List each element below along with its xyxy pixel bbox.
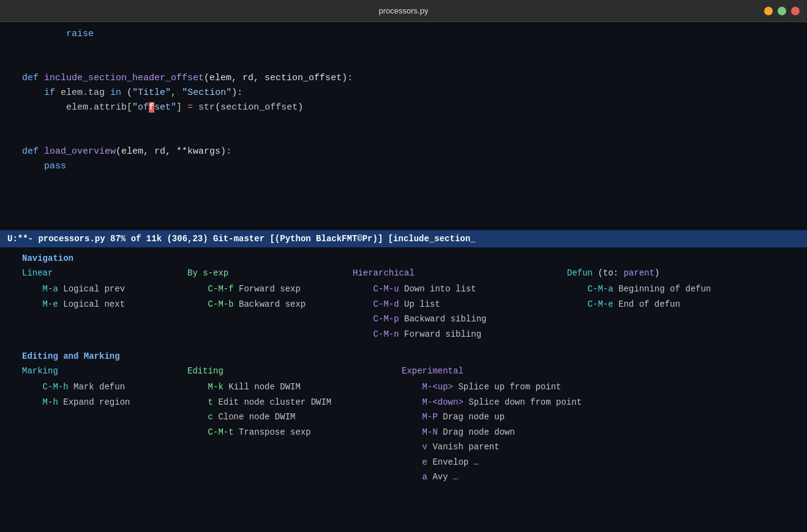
- editing-column: Editing M-k Kill node DWIM t Edit node c…: [187, 366, 402, 485]
- marking-column: Marking C-M-h Mark defun M-h Expand regi…: [22, 366, 187, 485]
- hier-row-3: C-M-p Backward sibling: [353, 312, 567, 327]
- exp-row-4: M-N Drag node down: [402, 425, 616, 440]
- editing-row-1: M-k Kill node DWIM: [187, 380, 402, 395]
- sexp-row-2: C-M-b Backward sexp: [187, 297, 353, 312]
- exp-row-6: e Envelop …: [402, 455, 616, 470]
- status-bar: U:**- processors.py 87% of 11k (306,23) …: [0, 230, 807, 247]
- defun-column: Defun (to: parent) C-M-a Beginning of de…: [567, 268, 781, 342]
- exp-row-1: M-<up> Splice up from point: [402, 380, 616, 395]
- editing-marking-title: Editing and Marking: [22, 351, 785, 361]
- sexp-column: By s-exp C-M-f Forward sexp C-M-b Backwa…: [187, 268, 353, 342]
- linear-title: Linear: [22, 268, 187, 278]
- exp-row-5: v Vanish parent: [402, 440, 616, 455]
- close-button[interactable]: ×: [791, 7, 800, 15]
- hier-row-1: C-M-u Down into list: [353, 282, 567, 297]
- exp-row-7: a Avy …: [402, 470, 616, 485]
- window-title: processors.py: [379, 6, 429, 15]
- hierarchical-title: Hierarchical: [353, 268, 567, 278]
- editing-row-4: C-M-t Transpose sexp: [187, 425, 402, 440]
- sexp-row-1: C-M-f Forward sexp: [187, 282, 353, 297]
- code-line-1: raise: [22, 27, 807, 42]
- hier-row-2: C-M-d Up list: [353, 297, 567, 312]
- linear-column: Linear M-a Logical prev M-e Logical next: [22, 268, 187, 342]
- exp-row-3: M-P Drag node up: [402, 410, 616, 425]
- minimize-button[interactable]: –: [764, 7, 773, 15]
- experimental-title: Experimental: [402, 366, 616, 376]
- defun-row-2: C-M-e End of defun: [567, 297, 781, 312]
- defun-row-1: C-M-a Beginning of defun: [567, 282, 781, 297]
- code-line-blank4: [22, 130, 807, 144]
- linear-row-2: M-e Logical next: [22, 297, 187, 312]
- hierarchical-column: Hierarchical C-M-u Down into list C-M-d …: [353, 268, 567, 342]
- code-line-blank2: [22, 56, 807, 71]
- maximize-button[interactable]: □: [778, 7, 786, 15]
- sexp-title: By s-exp: [187, 268, 353, 278]
- navigation-section-title: Navigation: [22, 253, 785, 263]
- marking-row-1: C-M-h Mark defun: [22, 380, 187, 395]
- help-panel: Navigation Linear M-a Logical prev M-e L…: [0, 247, 807, 532]
- code-line-5: def load_overview(elem, rd, **kwargs):: [22, 144, 807, 159]
- code-line-2: def include_section_header_offset(elem, …: [22, 71, 807, 86]
- code-line-blank1: [22, 42, 807, 56]
- hier-row-4: C-M-n Forward sibling: [353, 327, 567, 342]
- editing-row-3: c Clone node DWIM: [187, 410, 402, 425]
- defun-title: Defun (to: parent): [567, 268, 781, 278]
- editing-row-2: t Edit node cluster DWIM: [187, 395, 402, 410]
- code-line-6: pass: [22, 159, 807, 174]
- marking-row-2: M-h Expand region: [22, 395, 187, 410]
- editing-title: Editing: [187, 366, 402, 376]
- code-line-blank3: [22, 115, 807, 130]
- window-controls: – □ ×: [764, 7, 800, 15]
- linear-row-1: M-a Logical prev: [22, 282, 187, 297]
- navigation-columns: Linear M-a Logical prev M-e Logical next…: [22, 268, 785, 342]
- experimental-column: Experimental M-<up> Splice up from point…: [402, 366, 616, 485]
- code-line-4: elem.attrib["offset"] = str(section_offs…: [22, 100, 807, 115]
- editor-area: raise def include_section_header_offset(…: [0, 22, 807, 230]
- status-text: U:**- processors.py 87% of 11k (306,23) …: [7, 234, 476, 244]
- marking-title: Marking: [22, 366, 187, 376]
- exp-row-2: M-<down> Splice down from point: [402, 395, 616, 410]
- editing-columns: Marking C-M-h Mark defun M-h Expand regi…: [22, 366, 785, 485]
- code-line-3: if elem.tag in ("Title", "Section"):: [22, 86, 807, 100]
- title-bar: processors.py – □ ×: [0, 0, 807, 22]
